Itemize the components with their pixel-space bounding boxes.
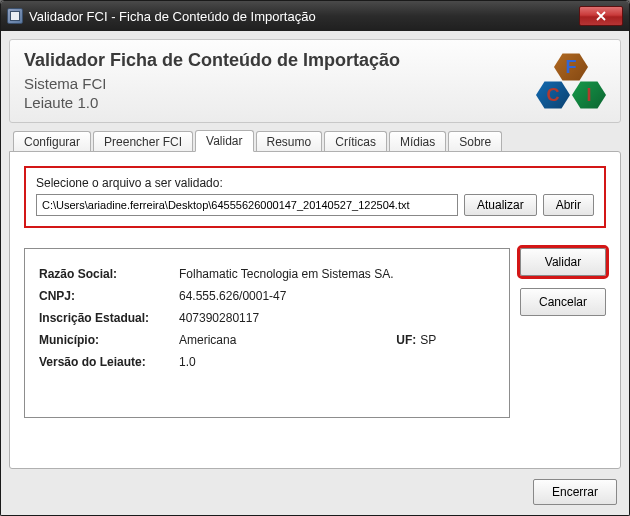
fci-logo: F C I [536,52,606,112]
versao-value: 1.0 [179,355,196,369]
tab-preencher-fci[interactable]: Preencher FCI [93,131,193,152]
content-row: Razão Social: Folhamatic Tecnologia em S… [24,248,606,418]
ie-label: Inscrição Estadual: [39,311,179,325]
cnpj-value: 64.555.626/0001-47 [179,289,286,303]
tab-panel-validar: Selecione o arquivo a ser validado: Atua… [9,151,621,469]
row-razao-social: Razão Social: Folhamatic Tecnologia em S… [39,267,495,281]
tab-resumo[interactable]: Resumo [256,131,323,152]
file-row: Atualizar Abrir [36,194,594,216]
razao-social-value: Folhamatic Tecnologia em Sistemas SA. [179,267,394,281]
open-button[interactable]: Abrir [543,194,594,216]
close-icon [596,11,606,21]
tab-midias[interactable]: Mídias [389,131,446,152]
header-text: Validador Ficha de Conteúdo de Importaçã… [24,50,530,111]
municipio-value: Americana [179,333,236,347]
uf-label: UF: [396,333,416,347]
row-ie: Inscrição Estadual: 407390280117 [39,311,495,325]
logo-hex-i: I [572,80,606,110]
row-cnpj: CNPJ: 64.555.626/0001-47 [39,289,495,303]
header-subtitle-1: Sistema FCI [24,75,530,92]
tab-strip: Configurar Preencher FCI Validar Resumo … [13,129,621,151]
razao-social-label: Razão Social: [39,267,179,281]
file-select-label: Selecione o arquivo a ser validado: [36,176,594,190]
tab-configurar[interactable]: Configurar [13,131,91,152]
client-area: Validador Ficha de Conteúdo de Importaçã… [1,31,629,515]
app-icon [7,8,23,24]
versao-label: Versão do Leiaute: [39,355,179,369]
ie-value: 407390280117 [179,311,259,325]
window-title: Validador FCI - Ficha de Conteúdo de Imp… [29,9,579,24]
file-select-box: Selecione o arquivo a ser validado: Atua… [24,166,606,228]
tab-sobre[interactable]: Sobre [448,131,502,152]
uf-group: UF: SP [396,333,436,347]
logo-hex-f: F [554,52,588,82]
file-path-input[interactable] [36,194,458,216]
tab-criticas[interactable]: Críticas [324,131,387,152]
cancelar-button[interactable]: Cancelar [520,288,606,316]
refresh-button[interactable]: Atualizar [464,194,537,216]
tab-validar[interactable]: Validar [195,130,253,152]
footer: Encerrar [9,469,621,507]
cnpj-label: CNPJ: [39,289,179,303]
titlebar: Validador FCI - Ficha de Conteúdo de Imp… [1,1,629,31]
header-card: Validador Ficha de Conteúdo de Importaçã… [9,39,621,123]
app-window: Validador FCI - Ficha de Conteúdo de Imp… [0,0,630,516]
municipio-label: Município: [39,333,179,347]
header-subtitle-2: Leiaute 1.0 [24,94,530,111]
logo-hex-c: C [536,80,570,110]
company-details-box: Razão Social: Folhamatic Tecnologia em S… [24,248,510,418]
row-municipio: Município: Americana UF: SP [39,333,495,347]
row-versao: Versão do Leiaute: 1.0 [39,355,495,369]
side-buttons: Validar Cancelar [520,248,606,316]
validar-button[interactable]: Validar [520,248,606,276]
uf-value: SP [420,333,436,347]
close-button[interactable] [579,6,623,26]
header-title: Validador Ficha de Conteúdo de Importaçã… [24,50,530,71]
encerrar-button[interactable]: Encerrar [533,479,617,505]
